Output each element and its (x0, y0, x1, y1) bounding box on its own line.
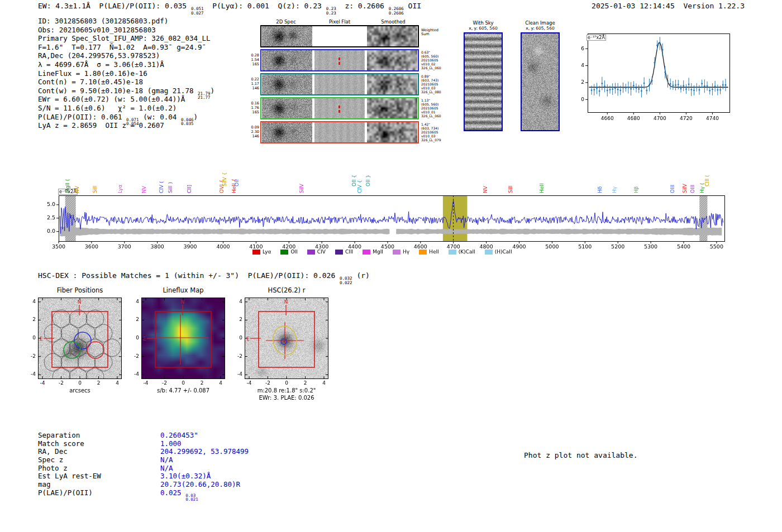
annotation-line: Sum (421, 32, 461, 36)
weight-value: 0.16 (244, 101, 259, 106)
match-table-row: Match score1.000 (38, 439, 249, 448)
annotation-line: 1.42" (421, 122, 461, 126)
line-fit-plot (574, 28, 736, 126)
text-segment: 0.260453" (160, 431, 198, 439)
emission-line-label: MgII ( (65, 179, 70, 193)
text-segment: (r) (352, 271, 370, 280)
y-tick-label: -2 (127, 353, 139, 359)
emission-line-label: Hγ (612, 186, 617, 193)
annotation-line: 20210605 (421, 82, 461, 86)
legend-item: Hγ (393, 249, 409, 255)
annotation-line: 326_LL_080 (421, 90, 461, 94)
emission-line-label: NV (75, 186, 80, 193)
emission-line-label: SiIV { (222, 172, 227, 186)
legend-item: MgII (363, 249, 383, 255)
legend-label: (H)CaII (495, 249, 512, 255)
y-tick-label: -2 (23, 353, 36, 359)
x-tick-label: 2 (197, 380, 208, 386)
legend-label: CIII (345, 249, 353, 255)
cutout-row-weights: 0.092.30146 (244, 125, 259, 138)
elixer-report-page: EW: 4.3±1.1Å P(LAE)/P(OII): 0.035 0.0510… (0, 0, 782, 532)
x-tick-label: -2 (56, 380, 67, 386)
stacked-errors: 0.030.021 (185, 493, 198, 502)
cutout-row (260, 73, 419, 95)
smoothed-cutout (367, 50, 417, 70)
match-row-value: 3.10(±0.32)Å (160, 472, 211, 480)
legend-swatch (485, 250, 493, 255)
annotation-line: 1.13" (421, 98, 461, 102)
cutout-row (260, 49, 419, 71)
x-tick-label: -4 (37, 380, 48, 386)
match-row-label: Separation (38, 431, 160, 439)
x-tick-label: -2 (159, 380, 170, 386)
legend-item: CIII (335, 249, 353, 255)
annotation-line: 0.63" (421, 50, 461, 54)
emission-line-label: SiII (93, 185, 98, 193)
lineflux-map-title: Lineflux Map (141, 286, 225, 294)
hsc-caption-1: m:20.8 re:1.8" s:0.2" (239, 387, 334, 394)
match-row-value: 1.000 (160, 439, 182, 448)
annotation-line: v010_03 (421, 134, 461, 138)
emission-line-label: OII (235, 180, 240, 186)
cutout-column-header: Smoothed (368, 19, 419, 25)
legend-item: CIV (307, 249, 326, 255)
match-row-label: P(LAE)/P(OII) (38, 488, 160, 497)
spec2d-cutout (262, 122, 312, 142)
stacked-errors: 0.0460.035 (181, 118, 194, 126)
x-tick-label: -2 (263, 380, 274, 386)
match-row-label: Photo z (38, 464, 160, 472)
info-line: ID: 3012856803 (3012856803.pdf) (38, 17, 214, 26)
emission-line-label: OII } (366, 175, 371, 186)
match-row-value: N/A (160, 456, 173, 464)
fiber-xlabel: arcsecs (32, 387, 127, 394)
emission-line-label: CIII ( (705, 175, 710, 186)
legend-item: Lyα (252, 249, 271, 255)
weight-value: 146 (244, 134, 259, 138)
emission-line-label: SiII ) (168, 182, 173, 193)
emission-line-label: OIII (690, 185, 695, 193)
stacked-errors: 21.7921.77 (198, 92, 211, 100)
emission-line-label: SiIV (683, 184, 688, 193)
cutout-row-weights: 0.281.54165 (244, 53, 259, 66)
emission-line-label: SiIV (299, 184, 304, 193)
y-tick-label: 4 (23, 299, 36, 304)
spec2d-cutout (262, 26, 312, 46)
annotation-line: (605, 560) (421, 54, 461, 58)
match-table-row: mag20.73(20.66,20.80)R (38, 480, 249, 488)
text-segment: 20.73(20.66,20.80)R (160, 480, 240, 488)
legend-label: (K)CaII (459, 249, 475, 255)
annotation-line: (603, 743) (421, 78, 461, 82)
y-tick-label: 0 (23, 335, 36, 341)
cutout-row (260, 25, 419, 47)
weight-value: 0.09 (244, 125, 259, 130)
y-tick-label: 0 (127, 335, 139, 341)
annotation-line: 0.89" (421, 74, 461, 78)
summary-stats-line: EW: 4.3±1.1Å P(LAE)/P(OII): 0.035 0.0510… (38, 2, 421, 15)
x-tick-label: 0 (178, 380, 189, 386)
info-line: RA,Dec (204.299576,53.978523) (38, 51, 214, 60)
sky-panel-frame (521, 32, 560, 131)
spec2d-cutout (262, 98, 312, 118)
spec2d-cutout (262, 50, 312, 70)
legend-label: Hγ (403, 249, 409, 255)
x-tick-label: 2 (93, 380, 104, 386)
hsc-cutout-title: HSC(26.2) r (245, 286, 328, 294)
emission-line-label: CIV ( (159, 181, 164, 193)
annotation-line: (603, 734) (421, 126, 461, 130)
legend-label: Lyα (263, 249, 271, 255)
weight-value: 165 (244, 62, 259, 66)
emission-line-label: Lyα (118, 185, 123, 193)
weight-value: 0.22 (244, 77, 259, 82)
text-segment: ) (211, 87, 215, 95)
legend-swatch (419, 250, 427, 255)
annotation-line: v010_02 (421, 62, 461, 66)
legend-swatch (252, 250, 260, 255)
cutout-row-weights: 0.221.17146 (244, 77, 259, 90)
text-segment: 1.000 (160, 439, 182, 448)
match-row-label: Est LyA rest-EW (38, 472, 160, 480)
text-segment: 0.025 (160, 488, 185, 497)
text-segment: P(Lyα): 0.001 Q(z): 0.23 (204, 2, 326, 10)
info-line: EWr = 6.60(±0.72) (w: 5.00(±0.44))Å (38, 95, 214, 104)
y-tick-label: 0 (230, 335, 242, 341)
weight-value: 165 (244, 110, 259, 114)
